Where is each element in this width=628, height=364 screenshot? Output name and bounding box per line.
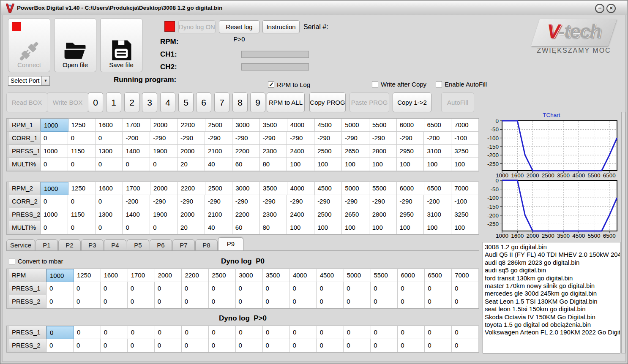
table-cell[interactable]: 100 [342, 221, 369, 234]
program-2-button[interactable]: 2 [124, 92, 139, 112]
table-cell[interactable]: 0 [317, 326, 344, 339]
table-cell[interactable]: 3000 [236, 269, 263, 282]
table-cell[interactable]: 2000 [177, 208, 205, 221]
list-item[interactable]: mercedes gle 300d 245km go digital.bin [485, 290, 620, 297]
instruction-button[interactable]: Instruction [262, 20, 300, 33]
table-cell[interactable]: 0 [317, 295, 344, 308]
table-cell[interactable]: 0 [41, 132, 68, 145]
table-cell[interactable]: -290 [260, 132, 287, 145]
table-cell[interactable]: 0 [182, 295, 209, 308]
table-cell[interactable]: -290 [205, 195, 232, 208]
table-cell[interactable]: 0 [128, 339, 155, 352]
table-cell[interactable]: 0 [96, 158, 123, 171]
write-box-button[interactable]: Write BOX [47, 92, 88, 112]
table-cell[interactable]: 0 [128, 282, 155, 295]
table-cell[interactable]: 1250 [74, 269, 101, 282]
table-cell[interactable]: 0 [68, 195, 96, 208]
table-cell[interactable]: 1700 [123, 119, 150, 132]
write-after-copy-checkbox[interactable]: ✓ Write after Copy [372, 81, 426, 88]
table-cell[interactable]: 2500 [205, 119, 233, 132]
table-cell[interactable]: 0 [289, 282, 317, 295]
table-cell[interactable]: 0 [74, 326, 101, 339]
list-item[interactable]: Volkswagen Arteon FL 2.0 190KM 2022 Go D… [485, 329, 620, 336]
table-cell[interactable]: 2400 [287, 145, 314, 158]
table-cell[interactable]: 0 [46, 295, 74, 308]
table-cell[interactable]: 40 [205, 158, 232, 171]
table-cell[interactable]: -200 [424, 132, 451, 145]
table-cell[interactable]: -290 [397, 132, 424, 145]
program-1-button[interactable]: 1 [106, 92, 121, 112]
table-cell[interactable]: 0 [41, 195, 68, 208]
table-cell[interactable]: 0 [101, 339, 128, 352]
table-cell[interactable]: 60 [232, 221, 260, 234]
rpm-to-all-button[interactable]: RPM to ALL [267, 92, 305, 112]
tab-p7[interactable]: P7 [172, 239, 195, 250]
table-cell[interactable]: 100 [451, 221, 479, 234]
table-cell[interactable]: 5500 [369, 119, 397, 132]
table-cell[interactable]: 80 [260, 221, 287, 234]
copy-prog-button[interactable]: Copy PROG [309, 92, 346, 112]
table-cell[interactable]: 0 [150, 158, 177, 171]
table-cell[interactable]: -290 [314, 195, 342, 208]
table-cell[interactable]: 0 [68, 158, 96, 171]
rpm-to-log-checkbox[interactable]: ✓ RPM to Log [268, 81, 310, 88]
table-cell[interactable]: 100 [397, 221, 424, 234]
table-cell[interactable]: 0 [209, 326, 236, 339]
table-cell[interactable]: 0 [371, 282, 398, 295]
tab-p9[interactable]: P9 [218, 237, 243, 250]
tab-p3[interactable]: P3 [81, 239, 104, 250]
table-cell[interactable]: 2500 [205, 182, 233, 195]
copy-1-to-2-button[interactable]: Copy 1->2 [393, 92, 431, 112]
table-cell[interactable]: 0 [236, 339, 263, 352]
table-cell[interactable]: 0 [123, 221, 150, 234]
table-cell[interactable]: 0 [101, 295, 128, 308]
table-cell[interactable]: 0 [344, 339, 371, 352]
table-cell[interactable]: 2100 [205, 145, 232, 158]
table-cell[interactable]: 100 [342, 158, 369, 171]
table-cell[interactable]: 20 [177, 221, 205, 234]
reset-log-button[interactable]: Reset log P>0 [219, 20, 259, 33]
table-cell[interactable]: 2200 [178, 119, 205, 132]
table-cell[interactable]: -290 [177, 132, 205, 145]
table-cell[interactable]: 2500 [209, 269, 236, 282]
program-9-button[interactable]: 9 [250, 92, 265, 112]
table-cell[interactable]: 0 [452, 282, 479, 295]
table-cell[interactable]: -290 [369, 132, 397, 145]
table-cell[interactable]: 1600 [96, 182, 123, 195]
table-cell[interactable]: 100 [287, 158, 314, 171]
table-cell[interactable]: 3000 [232, 182, 260, 195]
table-cell[interactable]: 6000 [398, 269, 425, 282]
table-cell[interactable]: 1000 [46, 269, 74, 282]
table-cell[interactable]: 1400 [123, 145, 150, 158]
table-cell[interactable]: 0 [452, 295, 479, 308]
table-cell[interactable]: -290 [177, 195, 205, 208]
table-cell[interactable]: -290 [369, 195, 397, 208]
read-box-button[interactable]: Read BOX [6, 92, 47, 112]
select-port-dropdown[interactable]: Select Port ▼ [8, 76, 50, 86]
table-cell[interactable]: 3250 [451, 145, 479, 158]
minimize-button[interactable]: − [595, 4, 604, 13]
table-cell[interactable]: 6000 [397, 119, 424, 132]
table-cell[interactable]: -290 [232, 132, 260, 145]
table-cell[interactable]: 0 [41, 158, 68, 171]
table-cell[interactable]: 0 [96, 132, 123, 145]
table-cell[interactable]: 100 [424, 158, 451, 171]
table-cell[interactable]: 0 [263, 339, 290, 352]
table-cell[interactable]: 0 [68, 132, 96, 145]
list-item[interactable]: Skoda Octavia IV 150KM Go Digital.bin [485, 313, 620, 321]
table-cell[interactable]: 2800 [369, 208, 397, 221]
table-cell[interactable]: 4000 [287, 182, 315, 195]
table-cell[interactable]: 7000 [452, 269, 479, 282]
table-cell[interactable]: 2650 [342, 145, 369, 158]
table-cell[interactable]: 0 [209, 295, 236, 308]
table-cell[interactable]: 2950 [397, 208, 424, 221]
tab-p5[interactable]: P5 [127, 239, 149, 250]
table-cell[interactable]: 0 [236, 326, 263, 339]
table-cell[interactable]: 4500 [315, 182, 342, 195]
table-cell[interactable]: 1300 [96, 208, 123, 221]
paste-prog-button[interactable]: Paste PROG [349, 92, 389, 112]
table-cell[interactable]: 0 [289, 339, 317, 352]
table-cell[interactable]: 0 [46, 282, 74, 295]
table-cell[interactable]: 5500 [371, 269, 398, 282]
program-7-button[interactable]: 7 [214, 92, 229, 112]
